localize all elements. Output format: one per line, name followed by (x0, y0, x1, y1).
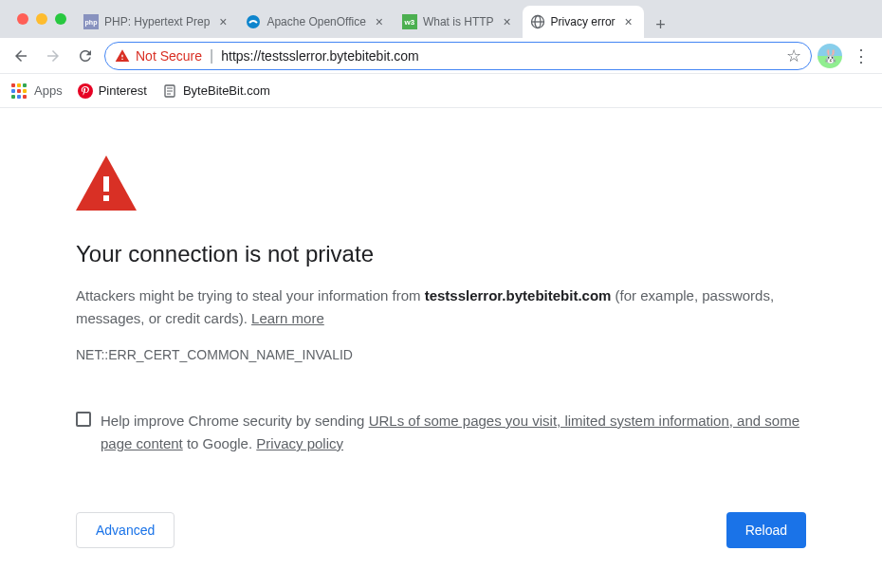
page-icon (162, 83, 177, 99)
tab-close-button[interactable]: × (372, 14, 387, 29)
toolbar: Not Secure | https://testsslerror.bytebi… (0, 38, 882, 74)
favicon-php-icon: php (83, 14, 99, 29)
apps-grid-icon (11, 83, 27, 99)
reload-button[interactable] (72, 43, 99, 69)
profile-avatar[interactable]: 🐰 (818, 44, 842, 68)
privacy-policy-link[interactable]: Privacy policy (256, 435, 343, 451)
error-code: NET::ERR_CERT_COMMON_NAME_INVALID (76, 347, 806, 362)
large-warning-icon (76, 156, 806, 214)
opt-in-row: Help improve Chrome security by sending … (76, 410, 806, 455)
apps-label: Apps (34, 83, 63, 98)
window-minimize-button[interactable] (36, 13, 47, 25)
tab-title: Apache OpenOffice (266, 15, 366, 28)
address-bar[interactable]: Not Secure | https://testsslerror.bytebi… (104, 42, 812, 70)
error-domain: testsslerror.bytebitebit.com (425, 287, 612, 303)
tab-openoffice[interactable]: Apache OpenOffice × (238, 6, 395, 38)
tab-php[interactable]: php PHP: Hypertext Prep × (76, 6, 238, 38)
error-description: Attackers might be trying to steal your … (76, 285, 806, 330)
apps-button[interactable]: Apps (11, 83, 63, 99)
new-tab-button[interactable]: + (648, 11, 674, 38)
tab-bar: php PHP: Hypertext Prep × Apache OpenOff… (0, 0, 882, 38)
not-secure-label: Not Secure (136, 48, 202, 64)
learn-more-link[interactable]: Learn more (251, 310, 324, 326)
tab-privacy-error[interactable]: Privacy error × (523, 6, 644, 38)
tab-close-button[interactable]: × (215, 14, 230, 29)
button-row: Advanced Reload (76, 512, 806, 548)
bookmark-label: Pinterest (99, 83, 147, 98)
favicon-globe-icon (530, 14, 545, 29)
favicon-openoffice-icon (246, 14, 261, 29)
tab-title: PHP: Hypertext Prep (104, 15, 210, 28)
back-button[interactable] (8, 43, 34, 69)
bookmark-star-icon[interactable]: ☆ (786, 46, 801, 66)
bookmarks-bar: Apps Pinterest ByteBiteBit.com (0, 74, 882, 108)
opt-in-label: Help improve Chrome security by sending … (101, 410, 806, 455)
window-maximize-button[interactable] (55, 13, 66, 25)
tab-http[interactable]: w3 What is HTTP × (395, 6, 523, 38)
bookmark-pinterest[interactable]: Pinterest (78, 83, 147, 99)
favicon-w3-icon: w3 (402, 14, 417, 29)
svg-rect-10 (103, 195, 109, 201)
omnibox-divider: | (210, 47, 213, 64)
security-indicator[interactable]: Not Secure (115, 48, 202, 64)
window-close-button[interactable] (17, 13, 28, 25)
chrome-menu-button[interactable]: ⋮ (848, 43, 874, 69)
error-heading: Your connection is not private (76, 241, 806, 267)
svg-rect-9 (103, 176, 109, 192)
warning-triangle-icon (115, 48, 130, 64)
pinterest-icon (78, 83, 93, 99)
tab-title: What is HTTP (423, 15, 494, 28)
reload-page-button[interactable]: Reload (726, 512, 806, 548)
tab-title: Privacy error (551, 15, 616, 28)
url-input[interactable]: https://testsslerror.bytebitebit.com (221, 48, 779, 64)
bookmark-label: ByteBiteBit.com (183, 83, 270, 98)
forward-button[interactable] (40, 43, 66, 69)
advanced-button[interactable]: Advanced (76, 512, 175, 548)
svg-point-4 (78, 83, 93, 99)
error-page-content: Your connection is not private Attackers… (0, 108, 882, 577)
tab-close-button[interactable]: × (500, 14, 515, 29)
opt-in-checkbox[interactable] (76, 412, 91, 427)
tab-close-button[interactable]: × (621, 14, 636, 29)
tabs-container: php PHP: Hypertext Prep × Apache OpenOff… (76, 0, 882, 38)
bookmark-bytebitebit[interactable]: ByteBiteBit.com (162, 83, 270, 99)
window-controls (8, 13, 76, 25)
